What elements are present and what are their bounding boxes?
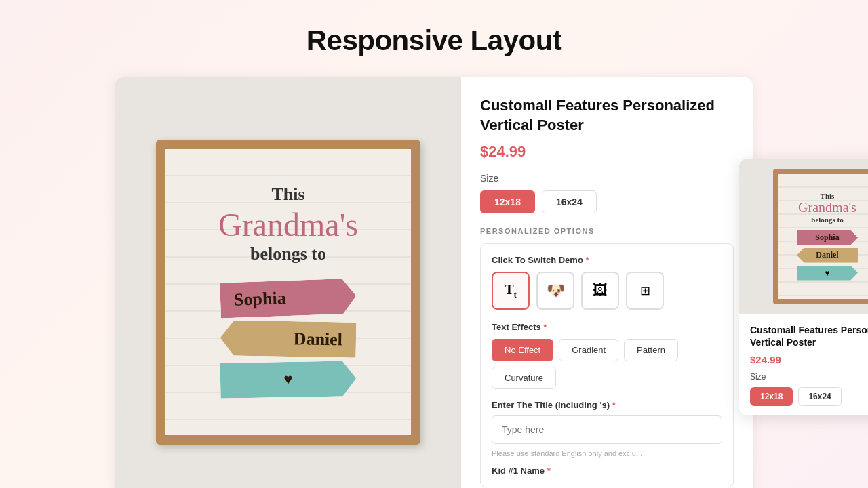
size-btn-16x24[interactable]: 16x24: [542, 190, 597, 214]
effect-btn-curvature[interactable]: Curvature: [492, 367, 556, 389]
floating-card-image: This Grandma's belongs to Sophia Daniel …: [739, 159, 868, 314]
input-hint: Please use standard English only and exc…: [492, 449, 722, 458]
main-card: This Grandma's belongs to Sophia Daniel …: [115, 77, 753, 488]
demo-icon-photo[interactable]: 🖼: [581, 272, 619, 310]
mini-sign-sophia: Sophia: [797, 230, 858, 245]
personalized-options-label: PERSONALIZED OPTIONS: [480, 227, 734, 235]
poster-line2: Grandma's: [218, 209, 358, 241]
poster-line3: belongs to: [250, 244, 326, 264]
text-effects-label: Text Effects *: [492, 322, 722, 332]
product-price: $24.99: [480, 143, 734, 161]
product-title: Customall Features Personalized Vertical…: [480, 96, 734, 135]
heart-icon: ♥: [283, 371, 293, 388]
floating-size-btn-12x18[interactable]: 12x18: [750, 387, 793, 406]
mini-poster-line1: This: [821, 192, 835, 200]
page-title: Responsive Layout: [307, 0, 562, 77]
photo-icon: 🖼: [593, 282, 608, 300]
kid-name-label: Kid #1 Name *: [492, 466, 722, 476]
kid-name-required: *: [547, 466, 551, 476]
poster-frame: This Grandma's belongs to Sophia Daniel …: [156, 140, 420, 445]
demo-switch-required: *: [585, 255, 589, 265]
size-btn-12x18[interactable]: 12x18: [480, 190, 535, 214]
mini-heart-icon: ♥: [825, 268, 829, 278]
sign-heart: ♥: [220, 361, 357, 398]
sign-name1: Sophia: [220, 279, 357, 319]
qr-icon: ⊞: [640, 283, 650, 298]
demo-icon-qr[interactable]: ⊞: [626, 272, 664, 310]
floating-card-title: Customall Features Personalized Vertical…: [750, 324, 868, 348]
title-field-label: Enter The Title (Including 's) *: [492, 400, 722, 410]
effect-btn-no-effect[interactable]: No Effect: [492, 339, 553, 361]
floating-card-price: $24.99: [750, 354, 868, 365]
effect-btn-gradient[interactable]: Gradient: [559, 339, 618, 361]
floating-card: This Grandma's belongs to Sophia Daniel …: [739, 159, 868, 415]
wood-bg: This Grandma's belongs to Sophia Daniel …: [165, 149, 411, 435]
mini-poster-belongs: belongs to: [811, 216, 843, 224]
mini-sign-heart: ♥: [797, 266, 858, 281]
demo-icons: Tt 🐶 🖼 ⊞: [492, 272, 722, 310]
floating-card-info: Customall Features Personalized Vertical…: [739, 314, 868, 415]
pet-icon: 🐶: [547, 282, 565, 300]
floating-size-options: 12x18 16x24: [750, 387, 868, 406]
poster-line1: This: [271, 184, 304, 205]
effect-buttons: No Effect Gradient Pattern Curvature: [492, 339, 722, 389]
size-label: Size: [480, 173, 734, 184]
floating-size-btn-16x24[interactable]: 16x24: [798, 387, 841, 406]
mini-poster: This Grandma's belongs to Sophia Daniel …: [773, 169, 868, 304]
demo-icon-pet[interactable]: 🐶: [536, 272, 574, 310]
product-image-area: This Grandma's belongs to Sophia Daniel …: [115, 77, 461, 488]
mini-poster-grandma: Grandma's: [798, 200, 856, 216]
sign-name2: Daniel: [220, 320, 357, 357]
demo-icon-text[interactable]: Tt: [492, 272, 530, 310]
size-options: 12x18 16x24: [480, 190, 734, 214]
floating-size-label: Size: [750, 372, 868, 382]
effect-btn-pattern[interactable]: Pattern: [624, 339, 678, 361]
title-field-required: *: [612, 400, 616, 410]
text-format-icon: Tt: [505, 282, 516, 300]
options-box: Click To Switch Demo * Tt 🐶 🖼 ⊞ Text Eff…: [480, 243, 734, 487]
text-effects-required: *: [543, 322, 547, 332]
sign-post-area: Sophia Daniel ♥: [220, 278, 356, 400]
demo-switch-label: Click To Switch Demo *: [492, 255, 722, 265]
product-details: Customall Features Personalized Vertical…: [461, 77, 753, 488]
mini-sign-daniel: Daniel: [797, 248, 858, 263]
title-input[interactable]: [492, 415, 722, 444]
